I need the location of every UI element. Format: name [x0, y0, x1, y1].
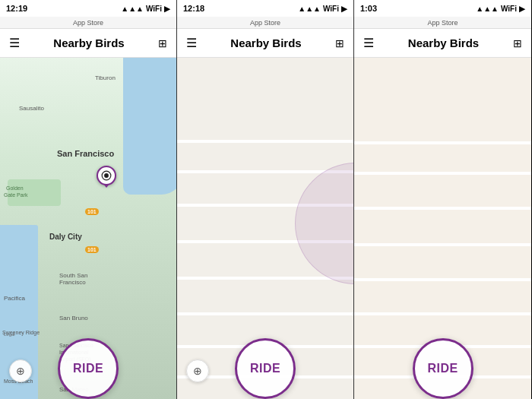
bottom-controls-1: RIDE — [0, 338, 176, 399]
hwy-101-badge2: 101 — [85, 246, 99, 253]
sf-label-1: San Francisco — [57, 149, 114, 158]
status-icons-3: ▲▲▲ WiFi ▶ — [476, 5, 525, 13]
hwy-101-badge: 101 — [85, 208, 99, 215]
status-time-3: 1:03 — [360, 4, 377, 13]
status-icons-2: ▲▲▲ WiFi ▶ — [298, 5, 347, 13]
battery-icon-3: ▶ — [519, 5, 525, 13]
street-h-1 — [177, 140, 353, 143]
appstore-text-2: App Store — [250, 19, 280, 27]
tiburon-label: Tiburon — [95, 74, 116, 81]
bird-marker-1[interactable] — [97, 166, 116, 185]
phone-panel-3: 1:03 ▲▲▲ WiFi ▶ App Store ☰ Nearby Birds… — [354, 0, 531, 399]
signal-icon-2: ▲▲▲ — [298, 5, 321, 13]
nav-bar-2: ☰ Nearby Birds ⊞ — [177, 29, 353, 58]
wifi-icon-2: WiFi — [323, 5, 339, 13]
south-sf-label2: Francisco — [59, 279, 86, 286]
hamburger-icon-3[interactable]: ☰ — [363, 36, 374, 50]
pacifica-label: Pacifica — [4, 295, 25, 302]
appstore-bar-1: App Store — [0, 17, 176, 29]
street-3-h6 — [354, 312, 531, 315]
street-h-6 — [177, 312, 353, 315]
status-time-1: 12:19 — [6, 4, 27, 13]
sausalito-label: Sausalito — [19, 105, 44, 112]
grid-icon-2[interactable]: ⊞ — [335, 37, 344, 49]
san-bruno-label: San Bruno — [59, 315, 88, 321]
status-time-2: 12:18 — [183, 4, 204, 13]
ride-button-3[interactable]: RIDE — [413, 338, 473, 399]
map-area-3[interactable]: Perilla Sta... Sausalito Cafe 1st... Sun… — [354, 58, 531, 399]
status-bar-2: 12:18 ▲▲▲ WiFi ▶ — [177, 0, 353, 17]
grid-icon-1[interactable]: ⊞ — [158, 37, 167, 49]
status-icons-1: ▲▲▲ WiFi ▶ — [121, 5, 170, 13]
map-area-1[interactable]: Tiburon Sausalito San Francisco Golden G… — [0, 58, 176, 399]
street-3-h1 — [354, 141, 531, 144]
appstore-text-1: App Store — [73, 19, 103, 27]
appstore-text-3: App Store — [427, 19, 458, 27]
grid-icon-3[interactable]: ⊞ — [513, 37, 522, 49]
phone-panel-1: 12:19 ▲▲▲ WiFi ▶ App Store ☰ Nearby Bird… — [0, 0, 177, 399]
street-3-h2 — [354, 172, 531, 175]
nav-bar-1: ☰ Nearby Birds ⊞ — [0, 29, 176, 58]
south-sf-label: South San — [59, 272, 87, 279]
status-bar-1: 12:19 ▲▲▲ WiFi ▶ — [0, 0, 176, 17]
battery-icon-1: ▶ — [164, 5, 170, 13]
ride-button-2[interactable]: RIDE — [235, 338, 296, 399]
status-bar-3: 1:03 ▲▲▲ WiFi ▶ — [354, 0, 531, 17]
golden-gate-label2: Gate Park — [4, 192, 28, 198]
signal-icon-3: ▲▲▲ — [476, 5, 499, 13]
street-3-h5 — [354, 278, 531, 281]
hamburger-icon-2[interactable]: ☰ — [186, 36, 197, 50]
nav-title-2: Nearby Birds — [230, 36, 301, 49]
bottom-controls-2: RIDE — [177, 338, 353, 399]
nav-title-3: Nearby Birds — [408, 36, 479, 49]
bottom-controls-3: RIDE — [354, 338, 531, 399]
nav-title-1: Nearby Birds — [53, 36, 124, 49]
appstore-bar-2: App Store — [177, 17, 353, 29]
svg-point-1 — [104, 173, 109, 178]
golden-gate-label: Golden — [6, 185, 24, 191]
phone-panel-2: 12:18 ▲▲▲ WiFi ▶ App Store ☰ Nearby Bird… — [177, 0, 354, 399]
daly-city-label: Daly City — [49, 233, 82, 241]
ride-button-1[interactable]: RIDE — [58, 338, 119, 399]
wifi-icon-1: WiFi — [146, 5, 162, 13]
water-bay-1 — [123, 58, 176, 195]
battery-icon-2: ▶ — [341, 5, 347, 13]
hamburger-icon-1[interactable]: ☰ — [9, 36, 20, 50]
nav-bar-3: ☰ Nearby Birds ⊞ — [354, 29, 531, 58]
map-area-2[interactable]: SoulCycle – SoMa Yank Sing Sonoma Colleg… — [177, 58, 353, 399]
street-3-h4 — [354, 243, 531, 246]
appstore-bar-3: App Store — [354, 17, 531, 29]
street-3-h3 — [354, 207, 531, 210]
legal-text-1: Legal — [4, 332, 15, 337]
wifi-icon-3: WiFi — [501, 5, 517, 13]
signal-icon-1: ▲▲▲ — [121, 5, 144, 13]
